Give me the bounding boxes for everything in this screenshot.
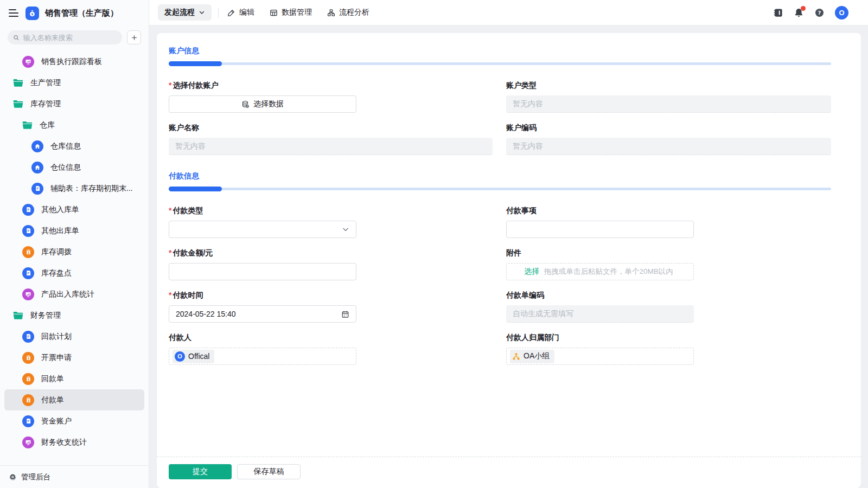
data-management-label: 数据管理 bbox=[282, 8, 312, 17]
clipboard-icon bbox=[22, 373, 34, 385]
sidebar-item-9[interactable]: 库存调拨 bbox=[4, 241, 144, 262]
calendar-icon bbox=[341, 310, 349, 318]
sidebar-item-2[interactable]: 库存管理 bbox=[4, 93, 144, 114]
sidebar-item-0[interactable]: 销售执行跟踪看板 bbox=[4, 51, 144, 72]
clipboard-icon bbox=[22, 394, 34, 406]
chip-label: OA小组 bbox=[524, 351, 550, 361]
flow-analysis-button[interactable]: 流程分析 bbox=[327, 8, 369, 17]
sidebar-item-5[interactable]: 仓位信息 bbox=[4, 157, 144, 178]
form-grid: 选择付款账户选择数据账户类型暂无内容账户名称暂无内容账户编码暂无内容 bbox=[169, 72, 831, 156]
attachment-field[interactable]: 选择拖拽或单击后粘贴文件，单个20MB以内 bbox=[506, 263, 694, 280]
edit-button[interactable]: 编辑 bbox=[227, 8, 254, 17]
table-icon bbox=[270, 9, 278, 17]
sidebar-item-8[interactable]: 其他出库单 bbox=[4, 220, 144, 241]
readonly-placeholder: 自动生成无需填写 bbox=[513, 309, 573, 319]
data-management-button[interactable]: 数据管理 bbox=[270, 8, 312, 17]
form-footer: 提交 保存草稿 bbox=[157, 457, 861, 488]
notifications-button[interactable] bbox=[794, 8, 804, 18]
sidebar-item-label: 资金账户 bbox=[41, 416, 72, 426]
payer-field[interactable]: OOffical bbox=[169, 348, 356, 365]
sidebar-search-row bbox=[0, 26, 149, 48]
start-flow-button[interactable]: 发起流程 bbox=[158, 4, 212, 21]
gear-icon bbox=[9, 473, 17, 481]
sidebar-item-18[interactable]: 财务收支统计 bbox=[4, 432, 144, 453]
sidebar-item-7[interactable]: 其他入库单 bbox=[4, 199, 144, 220]
progress-track bbox=[169, 188, 831, 190]
add-button[interactable] bbox=[127, 30, 141, 44]
account-type-label: 账户类型 bbox=[506, 81, 831, 91]
readonly-placeholder: 暂无内容 bbox=[513, 142, 543, 151]
payer-chip[interactable]: OOffical bbox=[173, 350, 214, 363]
submit-button[interactable]: 提交 bbox=[169, 464, 232, 479]
admin-backend-button[interactable]: 管理后台 bbox=[0, 465, 149, 488]
document-icon bbox=[22, 331, 34, 343]
sidebar-item-12[interactable]: 财务管理 bbox=[4, 305, 144, 326]
document-icon bbox=[31, 183, 43, 195]
upload-select-link[interactable]: 选择 bbox=[524, 267, 539, 277]
payment-time-field[interactable]: 2024-05-22 15:40 bbox=[169, 305, 356, 323]
payment-matter-input[interactable] bbox=[513, 225, 687, 234]
database-icon bbox=[241, 100, 250, 108]
sidebar-item-10[interactable]: 库存盘点 bbox=[4, 262, 144, 284]
sidebar-item-4[interactable]: 仓库信息 bbox=[4, 136, 144, 157]
search-box[interactable] bbox=[8, 30, 122, 44]
sidebar-item-14[interactable]: 开票申请 bbox=[4, 347, 144, 368]
chevron-down-icon bbox=[199, 9, 205, 16]
payment-amount-field[interactable] bbox=[169, 263, 356, 280]
sidebar-item-label: 回款单 bbox=[41, 374, 64, 384]
home-icon bbox=[31, 140, 43, 152]
sidebar-item-17[interactable]: 资金账户 bbox=[4, 410, 144, 432]
payment-type-group: 付款类型 bbox=[169, 197, 493, 238]
sidebar-item-3[interactable]: 仓库 bbox=[4, 114, 144, 136]
topbar-right: ? O bbox=[773, 6, 859, 20]
payer-department-field[interactable]: OA小组 bbox=[506, 348, 694, 365]
sidebar-item-6[interactable]: 辅助表：库存期初期末... bbox=[4, 178, 144, 199]
sidebar-item-label: 库存调拨 bbox=[41, 247, 72, 257]
payment-type-field[interactable] bbox=[169, 221, 356, 238]
save-draft-button[interactable]: 保存草稿 bbox=[237, 464, 301, 479]
dashboard-icon bbox=[22, 436, 34, 448]
menu-icon[interactable] bbox=[9, 8, 20, 18]
select-payment-account-field[interactable]: 选择数据 bbox=[169, 95, 356, 113]
section-progress-bar bbox=[169, 61, 831, 66]
payment-order-code-field: 自动生成无需填写 bbox=[506, 305, 694, 323]
payer-department-chip[interactable]: OA小组 bbox=[510, 350, 554, 363]
payment-time-label: 付款时间 bbox=[169, 291, 493, 300]
progress-fill bbox=[169, 61, 222, 66]
flowchart-icon bbox=[327, 9, 335, 17]
help-button[interactable]: ? bbox=[814, 8, 825, 18]
admin-backend-label: 管理后台 bbox=[21, 472, 50, 482]
sidebar-item-label: 生产管理 bbox=[30, 78, 61, 88]
clipboard-icon bbox=[22, 352, 34, 364]
changelog-button[interactable] bbox=[773, 8, 783, 18]
sidebar-item-11[interactable]: 产品出入库统计 bbox=[4, 284, 144, 305]
sidebar-item-16-selected[interactable]: 付款单 bbox=[4, 389, 144, 410]
picker-button-label: 选择数据 bbox=[253, 99, 284, 109]
select-payment-account-label: 选择付款账户 bbox=[169, 81, 493, 91]
sidebar-item-13[interactable]: 回款计划 bbox=[4, 326, 144, 347]
sidebar-item-15[interactable]: 回款单 bbox=[4, 368, 144, 389]
select-payment-account-group: 选择付款账户选择数据 bbox=[169, 72, 493, 113]
payment-amount-input[interactable] bbox=[176, 267, 349, 276]
payment-matter-group: 付款事项 bbox=[506, 197, 831, 238]
readonly-placeholder: 暂无内容 bbox=[175, 142, 206, 151]
user-avatar[interactable]: O bbox=[835, 6, 848, 20]
section-title: 账户信息 bbox=[169, 46, 849, 56]
folder-icon bbox=[13, 100, 23, 108]
date-value: 2024-05-22 15:40 bbox=[176, 310, 236, 318]
sidebar-item-label: 销售执行跟踪看板 bbox=[41, 57, 102, 67]
edit-label: 编辑 bbox=[239, 8, 254, 17]
account-type-group: 账户类型暂无内容 bbox=[506, 72, 831, 113]
folder-icon bbox=[13, 79, 23, 87]
flow-analysis-label: 流程分析 bbox=[339, 8, 369, 17]
search-input[interactable] bbox=[23, 34, 117, 42]
attachment-label: 附件 bbox=[506, 248, 831, 258]
chip-avatar: O bbox=[175, 351, 185, 362]
payment-matter-field[interactable] bbox=[506, 221, 694, 238]
plus-icon bbox=[131, 34, 138, 41]
sidebar-header: $ 销售管理（生产版） bbox=[0, 0, 149, 26]
payer-label: 付款人 bbox=[169, 333, 493, 343]
progress-track bbox=[169, 62, 831, 65]
account-name-field: 暂无内容 bbox=[169, 138, 493, 155]
sidebar-item-1[interactable]: 生产管理 bbox=[4, 72, 144, 93]
